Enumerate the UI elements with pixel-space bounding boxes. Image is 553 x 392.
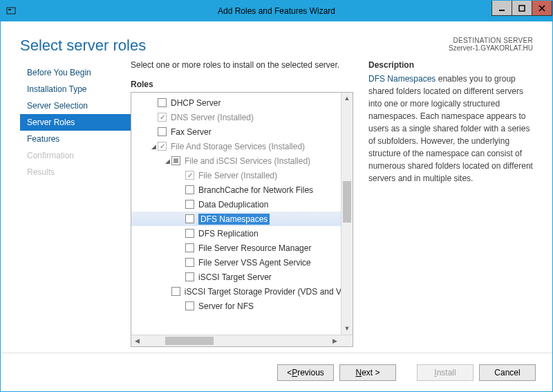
role-label: Server for NFS — [198, 301, 254, 311]
nav-item-results: Results — [20, 164, 131, 180]
previous-button[interactable]: < Previous — [277, 364, 334, 381]
horizontal-scrollbar[interactable]: ◀ ▶ — [131, 335, 353, 346]
role-row[interactable]: Server for NFS — [131, 299, 353, 313]
role-row[interactable]: iSCSI Target Server — [131, 270, 353, 284]
role-checkbox[interactable] — [158, 98, 167, 107]
svg-rect-1 — [8, 9, 11, 10]
role-row[interactable]: ◢File And Storage Services (Installed) — [131, 139, 353, 153]
window-controls — [492, 1, 552, 16]
nav-item-before-you-begin[interactable]: Before You Begin — [20, 64, 131, 81]
role-checkbox[interactable] — [185, 229, 194, 238]
close-button[interactable] — [532, 1, 552, 16]
nav-item-server-roles[interactable]: Server Roles — [20, 114, 131, 131]
expander-open-icon[interactable]: ◢ — [149, 143, 158, 150]
role-label: iSCSI Target Server — [198, 272, 272, 282]
roles-column: Select one or more roles to install on t… — [131, 60, 353, 347]
nav-item-confirmation: Confirmation — [20, 147, 131, 164]
role-row[interactable]: DHCP Server — [131, 95, 353, 110]
title-bar[interactable]: Add Roles and Features Wizard — [1, 1, 552, 21]
app-icon — [1, 1, 21, 21]
role-checkbox[interactable] — [158, 127, 167, 136]
instruction-text: Select one or more roles to install on t… — [131, 60, 353, 70]
destination-info: DESTINATION SERVER Szerver-1.GYAKORLAT.H… — [449, 37, 533, 52]
role-row[interactable]: File Server Resource Manager — [131, 241, 353, 255]
wizard-nav: Before You BeginInstallation TypeServer … — [20, 60, 131, 347]
role-label: BranchCache for Network Files — [198, 185, 313, 195]
role-label: Fax Server — [171, 127, 212, 137]
wizard-window: Add Roles and Features Wizard Select ser… — [0, 0, 553, 392]
next-button[interactable]: Next > — [339, 364, 396, 381]
role-checkbox[interactable] — [185, 185, 194, 194]
svg-rect-0 — [7, 8, 15, 14]
hscroll-thumb[interactable] — [165, 337, 214, 345]
role-checkbox[interactable] — [171, 156, 180, 165]
page-title: Select server roles — [20, 37, 146, 55]
role-row[interactable]: Data Deduplication — [131, 197, 353, 212]
body: Before You BeginInstallation TypeServer … — [1, 60, 552, 353]
role-label: File and iSCSI Services (Installed) — [185, 156, 310, 166]
role-label: File Server VSS Agent Service — [198, 258, 311, 268]
role-label: DFS Replication — [198, 229, 259, 239]
roles-scroll-area: DHCP ServerDNS Server (Installed)Fax Ser… — [131, 93, 353, 346]
scroll-right-icon[interactable]: ▶ — [329, 335, 341, 346]
nav-item-installation-type[interactable]: Installation Type — [20, 81, 131, 97]
scroll-up-icon[interactable]: ▲ — [341, 93, 353, 104]
destination-label: DESTINATION SERVER — [449, 37, 533, 44]
role-label: Data Deduplication — [198, 200, 268, 209]
scroll-down-icon[interactable]: ▼ — [341, 323, 353, 335]
hscroll-track[interactable] — [143, 335, 329, 346]
description-text: DFS Namespaces enables you to group shar… — [368, 73, 533, 185]
role-checkbox[interactable] — [185, 200, 194, 209]
role-label: DNS Server (Installed) — [171, 113, 254, 122]
description-label: Description — [368, 60, 533, 70]
expander-open-icon[interactable]: ◢ — [163, 158, 171, 165]
vscroll-track[interactable] — [341, 104, 353, 323]
role-row[interactable]: ◢File and iSCSI Services (Installed) — [131, 153, 353, 168]
destination-value: Szerver-1.GYAKORLAT.HU — [449, 44, 533, 52]
role-row[interactable]: DNS Server (Installed) — [131, 110, 353, 124]
role-label: File And Storage Services (Installed) — [171, 142, 305, 151]
role-checkbox[interactable] — [185, 243, 194, 252]
svg-rect-2 — [499, 10, 505, 11]
install-button[interactable]: Install — [417, 364, 474, 381]
main-pane: Select one or more roles to install on t… — [131, 60, 533, 347]
scroll-left-icon[interactable]: ◀ — [131, 335, 143, 346]
header: Select server roles DESTINATION SERVER S… — [1, 21, 552, 60]
role-checkbox — [158, 142, 167, 151]
role-label: File Server (Installed) — [198, 171, 277, 180]
role-row[interactable]: File Server VSS Agent Service — [131, 255, 353, 270]
role-checkbox[interactable] — [185, 301, 194, 310]
description-column: Description DFS Namespaces enables you t… — [368, 60, 533, 347]
role-label: iSCSI Target Storage Provider (VDS and V… — [185, 287, 353, 297]
role-checkbox — [185, 171, 194, 180]
role-label: File Server Resource Manager — [198, 243, 311, 253]
role-row[interactable]: DFS Replication — [131, 226, 353, 241]
role-row[interactable]: Fax Server — [131, 124, 353, 139]
roles-listbox[interactable]: DHCP ServerDNS Server (Installed)Fax Ser… — [131, 92, 353, 347]
roles-label: Roles — [131, 80, 353, 89]
role-checkbox[interactable] — [171, 287, 180, 296]
nav-item-features[interactable]: Features — [20, 131, 131, 147]
vertical-scrollbar[interactable]: ▲ ▼ — [341, 93, 353, 335]
role-row[interactable]: BranchCache for Network Files — [131, 183, 353, 197]
window-title: Add Roles and Features Wizard — [218, 6, 335, 16]
maximize-button[interactable] — [512, 1, 532, 16]
role-checkbox — [158, 113, 167, 122]
vscroll-thumb[interactable] — [343, 181, 351, 223]
role-row[interactable]: iSCSI Target Storage Provider (VDS and V… — [131, 284, 353, 299]
content-area: Select server roles DESTINATION SERVER S… — [1, 21, 552, 391]
role-checkbox[interactable] — [185, 258, 194, 267]
role-checkbox[interactable] — [185, 272, 194, 281]
footer: < Previous Next > Install Cancel — [1, 353, 552, 391]
role-label: DFS Namespaces — [198, 214, 270, 225]
role-row[interactable]: File Server (Installed) — [131, 168, 353, 183]
role-checkbox[interactable] — [185, 214, 194, 223]
minimize-button[interactable] — [491, 1, 512, 16]
description-body: enables you to group shared folders loca… — [368, 74, 533, 183]
description-lead: DFS Namespaces — [368, 74, 435, 84]
nav-item-server-selection[interactable]: Server Selection — [20, 97, 131, 114]
role-label: DHCP Server — [171, 98, 221, 108]
svg-rect-3 — [519, 6, 525, 11]
cancel-button[interactable]: Cancel — [479, 364, 536, 381]
role-row[interactable]: DFS Namespaces — [131, 212, 353, 226]
